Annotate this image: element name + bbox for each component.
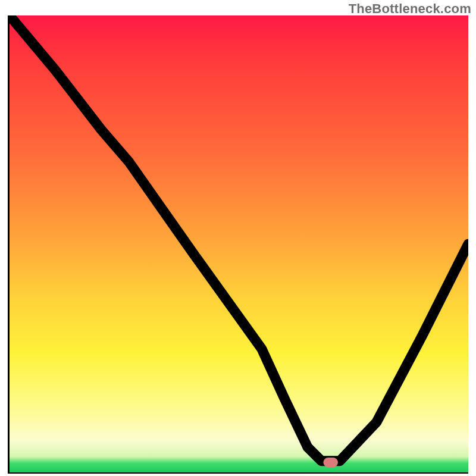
plot-frame [8, 15, 468, 474]
optimum-marker [323, 458, 338, 467]
watermark-text: TheBottleneck.com [349, 1, 471, 17]
chart-canvas: TheBottleneck.com [0, 0, 476, 476]
line-layer [10, 15, 468, 472]
bottleneck-curve [10, 15, 468, 461]
plot-area [10, 15, 468, 472]
